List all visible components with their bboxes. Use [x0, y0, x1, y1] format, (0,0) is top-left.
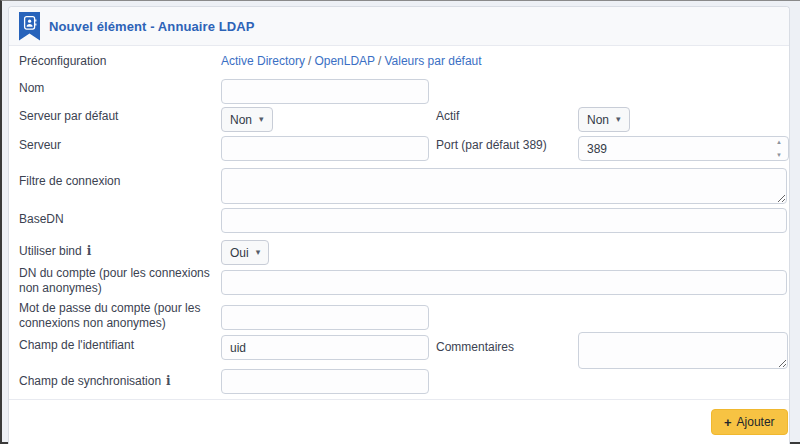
- nom-input[interactable]: [221, 79, 429, 104]
- preset-link-valeurs-par-defaut[interactable]: Valeurs par défaut: [384, 54, 481, 68]
- address-book-bookmark-icon: [19, 12, 40, 41]
- preconfiguration-links: Active Directory/OpenLDAP/Valeurs par dé…: [221, 54, 482, 68]
- preset-link-openldap[interactable]: OpenLDAP: [314, 54, 375, 68]
- link-separator: /: [378, 54, 381, 68]
- champ-identifiant-label: Champ de l'identifiant: [19, 338, 134, 353]
- serveur-par-defaut-selected-value: Non: [230, 113, 252, 127]
- add-button[interactable]: + Ajouter: [711, 409, 788, 435]
- actif-label: Actif: [436, 109, 459, 124]
- utiliser-bind-label-text: Utiliser bind: [19, 244, 82, 258]
- port-input[interactable]: [578, 136, 789, 161]
- serveur-par-defaut-label: Serveur par défaut: [19, 109, 118, 124]
- preconfiguration-label: Préconfiguration: [19, 54, 106, 69]
- footer-divider: [9, 399, 789, 400]
- mdp-compte-input[interactable]: [221, 305, 429, 330]
- stepper-down-icon[interactable]: ▼: [776, 152, 782, 158]
- actif-select[interactable]: Non ▾: [578, 107, 630, 132]
- add-button-label: Ajouter: [737, 415, 775, 429]
- port-stepper[interactable]: ▲ ▼: [774, 139, 784, 158]
- nom-label: Nom: [19, 81, 44, 96]
- chevron-down-icon: ▾: [256, 248, 261, 257]
- info-icon[interactable]: i: [166, 374, 171, 388]
- window: Nouvel élément - Annuaire LDAP Préconfig…: [0, 0, 800, 444]
- chevron-down-icon: ▾: [259, 115, 264, 124]
- champ-synchronisation-label-text: Champ de synchronisation: [19, 374, 161, 388]
- basedn-label: BaseDN: [19, 212, 64, 227]
- utiliser-bind-selected-value: Oui: [230, 246, 249, 260]
- actif-selected-value: Non: [587, 113, 609, 127]
- chevron-down-icon: ▾: [616, 115, 621, 124]
- filtre-connexion-textarea[interactable]: [221, 168, 787, 204]
- filtre-connexion-label: Filtre de connexion: [19, 174, 120, 189]
- page-title: Nouvel élément - Annuaire LDAP: [49, 19, 255, 34]
- champ-synchronisation-label: Champ de synchronisationi: [19, 374, 171, 389]
- port-label: Port (par défaut 389): [436, 138, 547, 153]
- plus-icon: +: [724, 415, 732, 430]
- ldap-form-panel: Nouvel élément - Annuaire LDAP Préconfig…: [8, 6, 790, 444]
- commentaires-label: Commentaires: [436, 340, 514, 355]
- serveur-label: Serveur: [19, 138, 61, 153]
- serveur-par-defaut-select[interactable]: Non ▾: [221, 107, 273, 132]
- stepper-up-icon[interactable]: ▲: [776, 139, 782, 145]
- info-icon[interactable]: i: [87, 244, 92, 258]
- mdp-compte-label: Mot de passe du compte (pour les connexi…: [19, 301, 219, 331]
- preset-link-active-directory[interactable]: Active Directory: [221, 54, 305, 68]
- panel-header: Nouvel élément - Annuaire LDAP: [9, 7, 789, 46]
- serveur-input[interactable]: [221, 136, 429, 161]
- utiliser-bind-label: Utiliser bindi: [19, 244, 91, 259]
- link-separator: /: [308, 54, 311, 68]
- champ-identifiant-input[interactable]: [221, 335, 429, 360]
- dn-compte-input[interactable]: [221, 270, 787, 295]
- basedn-input[interactable]: [221, 208, 787, 233]
- dn-compte-label: DN du compte (pour les connexions non an…: [19, 266, 219, 296]
- commentaires-textarea[interactable]: [578, 332, 788, 369]
- port-field: ▲ ▼: [578, 136, 789, 161]
- champ-synchronisation-input[interactable]: [221, 369, 429, 394]
- utiliser-bind-select[interactable]: Oui ▾: [221, 240, 269, 265]
